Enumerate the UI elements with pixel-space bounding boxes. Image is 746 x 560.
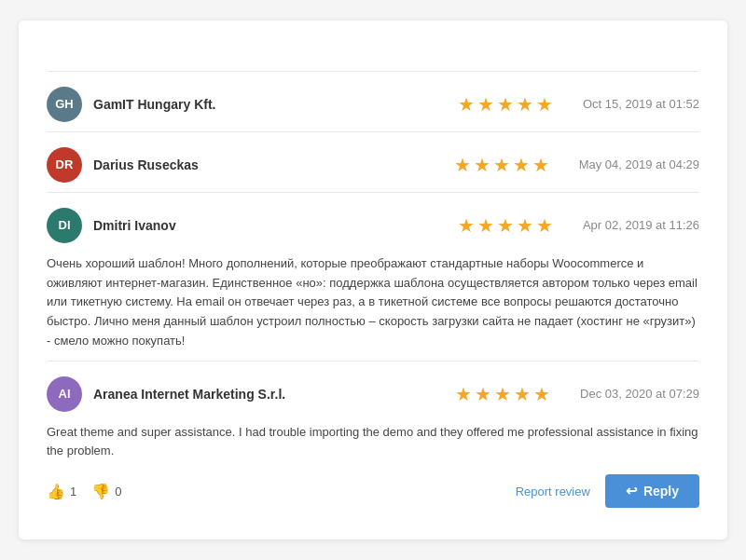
star-icon: ★ [532, 156, 549, 174]
star-icon: ★ [513, 156, 530, 174]
review-header-ai: AI Aranea Internet Marketing S.r.l. ★★★★… [47, 376, 699, 412]
reviewer-name-di: Dmitri Ivanov [93, 218, 428, 233]
review-item-di: DI Dmitri Ivanov ★★★★★ Apr 02, 2019 at 1… [47, 192, 699, 361]
review-header-dr: DR Darius Ruseckas ★★★★★ May 04, 2019 at… [47, 147, 699, 183]
avatar-ai: AI [47, 376, 82, 412]
review-body-di: Очень хороший шаблон! Много дополнений, … [47, 254, 699, 351]
star-rating-gh: ★★★★★ [458, 95, 553, 114]
reply-icon: ↩ [626, 483, 638, 499]
star-icon: ★ [494, 385, 511, 403]
star-icon: ★ [475, 385, 491, 403]
thumbs-up-icon: 👍 [47, 483, 65, 500]
review-list: GH GamIT Hungary Kft. ★★★★★ Oct 15, 2019… [47, 71, 699, 518]
star-icon: ★ [536, 216, 553, 235]
review-date-ai: Dec 03, 2020 at 07:29 [580, 387, 699, 401]
star-icon: ★ [514, 385, 531, 403]
reviewer-name-ai: Aranea Internet Marketing S.r.l. [93, 387, 425, 402]
review-header-di: DI Dmitri Ivanov ★★★★★ Apr 02, 2019 at 1… [47, 208, 699, 243]
like-count: 1 [70, 485, 76, 499]
review-header-gh: GH GamIT Hungary Kft. ★★★★★ Oct 15, 2019… [47, 87, 699, 122]
star-icon: ★ [454, 156, 471, 174]
avatar-dr: DR [47, 147, 82, 183]
reviewer-name-dr: Darius Ruseckas [93, 157, 424, 172]
avatar-di: DI [47, 208, 82, 243]
review-item-dr: DR Darius Ruseckas ★★★★★ May 04, 2019 at… [47, 131, 699, 192]
star-icon: ★ [474, 156, 490, 174]
dislike-count: 0 [115, 485, 121, 499]
review-date-gh: Oct 15, 2019 at 01:52 [583, 97, 699, 111]
star-icon: ★ [533, 385, 550, 403]
reply-label: Reply [643, 484, 679, 499]
report-review-link[interactable]: Report review [516, 485, 590, 499]
star-rating-ai: ★★★★★ [455, 385, 550, 403]
like-button[interactable]: 👍 1 [47, 483, 76, 500]
review-date-di: Apr 02, 2019 at 11:26 [583, 218, 699, 232]
dislike-button[interactable]: 👎 0 [91, 483, 121, 500]
review-item-ai: AI Aranea Internet Marketing S.r.l. ★★★★… [47, 361, 699, 518]
star-icon: ★ [455, 385, 472, 403]
star-icon: ★ [536, 95, 553, 114]
avatar-gh: GH [47, 87, 82, 122]
star-icon: ★ [497, 216, 514, 235]
star-icon: ★ [458, 216, 475, 235]
star-icon: ★ [477, 216, 494, 235]
star-rating-dr: ★★★★★ [454, 156, 549, 174]
star-icon: ★ [517, 216, 533, 235]
star-icon: ★ [458, 95, 475, 114]
star-rating-di: ★★★★★ [458, 216, 553, 235]
reply-button[interactable]: ↩ Reply [605, 474, 699, 508]
reviewer-name-gh: GamIT Hungary Kft. [93, 97, 428, 112]
review-item-gh: GH GamIT Hungary Kft. ★★★★★ Oct 15, 2019… [47, 71, 699, 131]
review-body-ai: Great theme and super assistance. I had … [47, 423, 699, 462]
thumbs-down-icon: 👎 [91, 483, 110, 500]
reviews-container: GH GamIT Hungary Kft. ★★★★★ Oct 15, 2019… [19, 20, 727, 540]
star-icon: ★ [497, 95, 514, 114]
review-footer: 👍 1 👎 0 Report review ↩ Reply [47, 474, 699, 508]
star-icon: ★ [493, 156, 510, 174]
review-date-dr: May 04, 2019 at 04:29 [579, 157, 699, 171]
star-icon: ★ [517, 95, 533, 114]
star-icon: ★ [477, 95, 494, 114]
